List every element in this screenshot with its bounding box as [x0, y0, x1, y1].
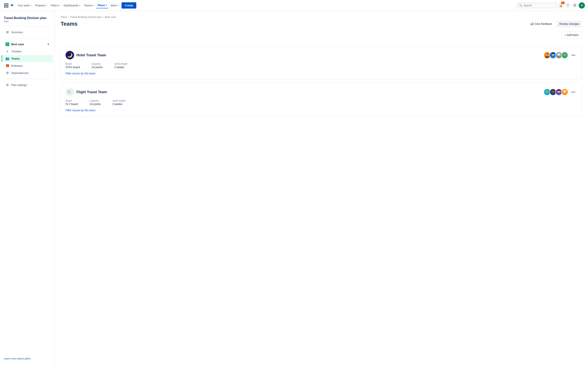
sidebar-divider-3	[3, 79, 51, 79]
team-name-flight: Flight Travel Team	[77, 90, 107, 94]
sidebar-item-timeline[interactable]: ≡ Timeline	[1, 48, 53, 55]
sidebar-item-plan-settings[interactable]: ⚙ Plan settings	[1, 82, 53, 88]
best-case-dot	[5, 42, 9, 46]
svg-point-8	[562, 56, 567, 58]
sidebar-item-summary[interactable]: ⊞ Summary	[1, 29, 53, 35]
page-header: Teams 📢 Give feedback Review changes	[61, 21, 582, 27]
help-icon: ?	[567, 4, 569, 7]
chevron-down-icon: ▾	[106, 4, 107, 6]
breadcrumb-plan[interactable]: Travel Booking Division plan	[70, 16, 102, 18]
team-emoji-flight: ⛅	[66, 88, 74, 96]
chevron-down-icon: ▾	[79, 4, 80, 6]
filter-issues-hotel[interactable]: Filter issues by this team	[66, 72, 95, 75]
search-input[interactable]	[523, 4, 554, 7]
settings-button[interactable]: ⚙	[572, 2, 578, 8]
learn-more-link[interactable]: Learn more about plans	[4, 357, 31, 360]
search-icon: 🔍	[519, 4, 522, 7]
team-card-hotel: 🌙 Hotel Travel Team	[61, 46, 582, 80]
team-board-flight: Board FLY board	[66, 100, 78, 106]
create-button[interactable]: Create	[121, 2, 136, 8]
nav-dashboards[interactable]: Dashboards ▾	[62, 3, 82, 8]
sidebar-item-label: Plan settings	[11, 83, 27, 87]
sidebar-item-label: Timeline	[11, 50, 21, 53]
breadcrumb-separator: /	[103, 16, 104, 18]
review-changes-button[interactable]: Review changes	[557, 21, 582, 27]
team-title-area: 🌙 Hotel Travel Team	[66, 51, 106, 59]
top-navigation: ✦ Your work ▾ Projects ▾ Filters ▾ Dashb…	[0, 0, 588, 11]
team-options-button-flight[interactable]: •••	[570, 89, 577, 95]
team-name-hotel: Hotel Travel Team	[77, 53, 106, 57]
avatar	[561, 89, 568, 96]
sidebar-divider-2	[3, 38, 51, 38]
team-meta-flight: Board FLY board Capacity 24 points Sprin…	[66, 100, 577, 106]
page-actions: 📢 Give feedback Review changes	[528, 21, 582, 27]
svg-point-12	[551, 93, 555, 95]
gear-icon: ⚙	[573, 3, 576, 7]
sidebar: Travel Booking Division plan Plan ⊞ Summ…	[0, 11, 54, 367]
team-capacity-flight: Capacity 24 points	[90, 100, 101, 106]
dependencies-icon: ⚙	[5, 71, 9, 75]
sidebar-title: Travel Booking Division plan Plan	[0, 15, 54, 24]
give-feedback-button[interactable]: 📢 Give feedback	[528, 21, 554, 27]
sidebar-item-teams[interactable]: 👥 Teams	[1, 55, 53, 62]
team-sprint-hotel: Sprint length 2 weeks	[114, 63, 127, 69]
team-avatars-flight	[544, 89, 568, 96]
nav-filters[interactable]: Filters ▾	[49, 3, 61, 8]
team-title-area: ⛅ Flight Travel Team	[66, 88, 107, 96]
breadcrumb-separator: /	[68, 16, 69, 18]
sidebar-divider-1	[3, 26, 51, 26]
chevron-down-icon: ▾	[117, 4, 118, 6]
sidebar-item-releases[interactable]: 🎁 Releases	[1, 62, 53, 69]
team-options-button-hotel[interactable]: •••	[570, 52, 577, 58]
chevron-down-icon: ▾	[48, 43, 49, 46]
grid-icon	[4, 3, 8, 8]
team-avatars-hotel	[544, 52, 568, 59]
svg-point-16	[562, 93, 567, 95]
add-team-button[interactable]: + Add team	[561, 32, 582, 38]
sidebar-item-dependencies[interactable]: ⚙ Dependencies	[1, 69, 53, 76]
svg-point-1	[545, 56, 550, 58]
plan-name: Travel Booking Division plan	[4, 16, 50, 20]
notification-button[interactable]: 🔔 9+	[558, 2, 564, 8]
timeline-icon: ≡	[5, 50, 9, 53]
sidebar-item-label: Teams	[11, 57, 20, 60]
breadcrumb-best-case[interactable]: Best case	[105, 16, 116, 18]
nav-teams[interactable]: Teams ▾	[82, 3, 95, 8]
releases-icon: 🎁	[5, 64, 9, 67]
sidebar-bottom: Learn more about plans	[0, 354, 54, 363]
team-card-right: •••	[544, 52, 577, 59]
teams-list: 🌙 Hotel Travel Team	[61, 46, 582, 117]
chevron-down-icon: ▾	[93, 4, 94, 6]
svg-point-7	[563, 53, 566, 56]
user-avatar[interactable]: G	[579, 2, 585, 8]
svg-point-14	[556, 93, 561, 95]
filter-issues-flight[interactable]: Filter issues by this team	[66, 109, 95, 112]
search-box[interactable]: 🔍	[517, 3, 557, 8]
team-emoji-hotel: 🌙	[66, 51, 74, 59]
breadcrumb: Plans / Travel Booking Division plan / B…	[61, 16, 582, 18]
svg-point-6	[556, 56, 561, 58]
sidebar-best-case-section[interactable]: Best case ▾	[1, 41, 53, 48]
plan-type: Plan	[4, 20, 9, 23]
avatar	[561, 52, 568, 59]
nav-more[interactable]: More ▾	[109, 3, 120, 8]
bell-icon: 🔔	[559, 4, 562, 7]
svg-point-10	[545, 93, 550, 95]
summary-icon: ⊞	[5, 30, 9, 34]
nav-projects[interactable]: Projects ▾	[34, 3, 48, 8]
sidebar-item-label: Summary	[11, 31, 23, 34]
main-content: Plans / Travel Booking Division plan / B…	[54, 11, 588, 367]
sidebar-item-label: Releases	[11, 64, 23, 67]
app-logo[interactable]: ✦	[10, 3, 14, 8]
team-sprint-flight: Sprint length 2 weeks	[112, 100, 125, 106]
svg-point-9	[546, 90, 549, 93]
team-card-header: ⛅ Flight Travel Team	[66, 88, 577, 96]
nav-plans[interactable]: Plans ▾	[96, 2, 108, 8]
help-button[interactable]: ?	[565, 2, 571, 8]
best-case-label: Best case	[11, 43, 24, 46]
breadcrumb-plans[interactable]: Plans	[61, 16, 67, 18]
settings-icon: ⚙	[5, 83, 9, 87]
team-card-header: 🌙 Hotel Travel Team	[66, 51, 577, 59]
app-grid-button[interactable]	[3, 2, 9, 8]
nav-your-work[interactable]: Your work ▾	[16, 3, 33, 8]
